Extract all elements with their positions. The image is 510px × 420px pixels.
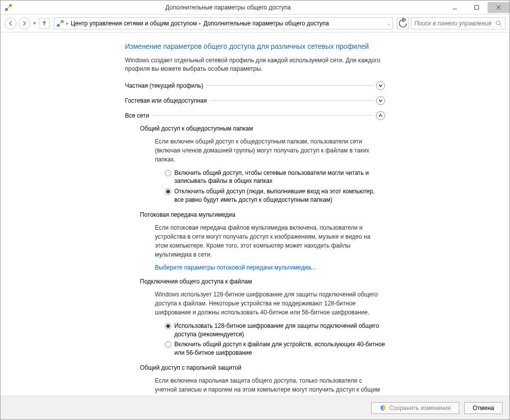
profile-guest-header[interactable]: Гостевая или общедоступная: [125, 96, 385, 105]
cancel-button-label: Отмена: [473, 405, 494, 412]
content-area: Изменение параметров общего доступа для …: [0, 32, 510, 396]
page-description: Windows создает отдельный сетевой профил…: [125, 56, 385, 73]
window: Дополнительные параметры общего доступа …: [0, 0, 510, 420]
shield-icon: [380, 405, 386, 412]
section-title: Общий доступ с парольной защитой: [140, 364, 385, 371]
radio-icon: [165, 341, 171, 348]
radio-icon: [165, 323, 171, 329]
profile-all: Все сети Общий доступ к общедоступным па…: [125, 111, 385, 396]
close-button[interactable]: [488, 2, 510, 13]
svg-rect-3: [475, 5, 479, 9]
profile-private: Частная (текущий профиль): [125, 81, 385, 90]
radio-filesharing-40[interactable]: Включить общий доступ к файлам для устро…: [165, 340, 385, 357]
up-button[interactable]: [39, 18, 50, 29]
section-title: Потоковая передача мультимедиа: [140, 211, 385, 218]
radio-label: Включить общий доступ к файлам для устро…: [174, 340, 385, 357]
back-button[interactable]: [4, 17, 16, 29]
save-button-label: Сохранить изменения: [389, 405, 451, 412]
divider: [152, 115, 374, 116]
cancel-button[interactable]: Отмена: [464, 402, 503, 414]
radio-label: Включить общий доступ, чтобы сетевые пол…: [174, 169, 385, 186]
radio-label: Использовать 128-битное шифрование для з…: [174, 322, 385, 339]
profile-all-header[interactable]: Все сети: [125, 111, 385, 120]
radio-group-filesharing: Использовать 128-битное шифрование для з…: [165, 322, 385, 357]
chevron-up-icon[interactable]: [376, 111, 385, 120]
chevron-down-icon[interactable]: [376, 81, 385, 90]
network-icon: [4, 3, 12, 11]
save-button[interactable]: Сохранить изменения: [371, 402, 459, 414]
section-media-streaming: Потоковая передача мультимедиа Если пото…: [140, 211, 385, 271]
divider: [210, 100, 373, 101]
radio-icon: [165, 170, 171, 176]
recent-dropdown-icon[interactable]: ▼: [32, 21, 37, 26]
section-public-folders: Общий доступ к общедоступным папкам Если…: [140, 125, 385, 204]
section-desc: Если включен общий доступ к общедоступны…: [155, 137, 385, 164]
navbar: ▼ ▸ Центр управления сетями и общим дост…: [0, 14, 510, 32]
chevron-right-icon: ▸: [66, 20, 69, 26]
forward-button[interactable]: [18, 17, 30, 29]
profile-guest-label: Гостевая или общедоступная: [125, 97, 207, 104]
search-box[interactable]: [411, 17, 506, 29]
window-title: Дополнительные параметры общего доступа: [12, 4, 444, 11]
profile-guest: Гостевая или общедоступная: [125, 96, 385, 105]
titlebar: Дополнительные параметры общего доступа: [0, 0, 510, 14]
radio-filesharing-128[interactable]: Использовать 128-битное шифрование для з…: [165, 322, 385, 339]
radio-pubfolders-off[interactable]: Отключить общий доступ (люди, выполнивши…: [165, 187, 385, 204]
maximize-button[interactable]: [466, 2, 488, 13]
minimize-button[interactable]: [444, 2, 466, 13]
section-desc: Если включена парольная защита общего до…: [155, 376, 385, 396]
radio-group-pubfolders: Включить общий доступ, чтобы сетевые пол…: [165, 169, 385, 204]
chevron-down-icon[interactable]: ⌄: [386, 20, 390, 26]
breadcrumb-item-2[interactable]: Дополнительные параметры общего доступа: [203, 20, 329, 27]
section-password-sharing: Общий доступ с парольной защитой Если вк…: [140, 364, 385, 396]
section-file-sharing: Подключения общего доступа к файлам Wind…: [140, 278, 385, 357]
chevron-down-icon[interactable]: [376, 96, 385, 105]
search-input[interactable]: [414, 20, 492, 27]
address-bar[interactable]: ▸ Центр управления сетями и общим доступ…: [54, 17, 393, 29]
search-icon: [495, 20, 502, 27]
section-title: Общий доступ к общедоступным папкам: [140, 125, 385, 132]
refresh-button[interactable]: [397, 17, 409, 29]
profile-private-label: Частная (текущий профиль): [125, 82, 203, 89]
section-desc: Если потоковая передача файлов мультимед…: [155, 223, 385, 259]
media-streaming-link[interactable]: Выберите параметры потоковой передачи му…: [155, 264, 316, 271]
window-controls: [444, 2, 510, 13]
svg-line-9: [500, 24, 502, 26]
network-sharing-icon: [56, 19, 64, 27]
divider: [206, 85, 373, 86]
svg-point-8: [496, 21, 500, 25]
chevron-right-icon: ▸: [199, 20, 201, 26]
profile-private-header[interactable]: Частная (текущий профиль): [125, 81, 385, 90]
radio-icon: [165, 188, 171, 195]
radio-label: Отключить общий доступ (люди, выполнивши…: [174, 187, 385, 204]
section-title: Подключения общего доступа к файлам: [140, 278, 385, 285]
section-desc: Windows использует 128-битное шифрование…: [155, 290, 385, 317]
radio-pubfolders-on[interactable]: Включить общий доступ, чтобы сетевые пол…: [165, 169, 385, 186]
page-heading: Изменение параметров общего доступа для …: [125, 42, 385, 50]
breadcrumb-item-1[interactable]: Центр управления сетями и общим доступом: [71, 20, 197, 27]
profile-all-label: Все сети: [125, 112, 149, 119]
footer: Сохранить изменения Отмена: [0, 396, 510, 420]
